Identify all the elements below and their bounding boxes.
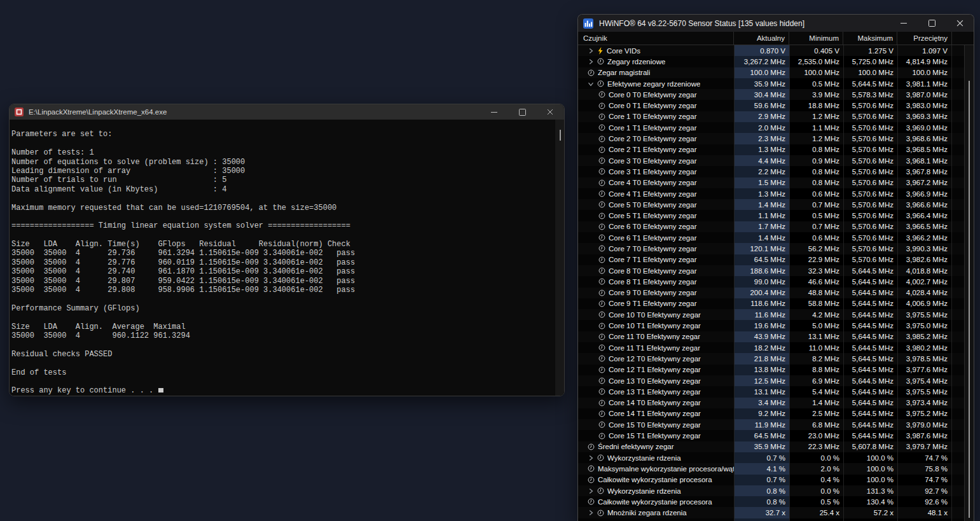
sensor-row[interactable]: Core 3 T0 Efektywny zegar4.4 MHz0.9 MHz5… [578, 155, 974, 166]
column-header-minimum[interactable]: Minimum [789, 32, 843, 45]
sensor-row[interactable]: Efektywne zegary rdzeniowe35.9 MHz0.5 MH… [578, 78, 974, 89]
current-value: 0.870 V [735, 45, 790, 56]
sensor-row[interactable]: Core 12 T0 Efektywny zegar21.8 MHz8.2 MH… [578, 353, 974, 364]
sensor-row[interactable]: Zegary rdzeniowe3,267.2 MHz2,535.0 MHz5,… [578, 56, 974, 67]
sensor-label: Efektywne zegary rdzeniowe [607, 80, 700, 88]
sensor-row[interactable]: Core 10 T0 Efektywny zegar11.6 MHz4.2 MH… [578, 309, 974, 320]
clock-icon [598, 300, 605, 307]
column-header-sensor[interactable]: Czujnik [578, 32, 734, 45]
sensor-row[interactable]: Core VIDs0.870 V0.405 V1.275 V1.097 V [578, 45, 974, 56]
console-titlebar[interactable]: E:\LinpackXtreme\LinpackXtreme_x64.exe [10, 104, 564, 120]
column-header-maximum[interactable]: Maksimum [843, 32, 897, 45]
sensor-row[interactable]: Core 0 T1 Efektywny zegar59.6 MHz18.8 MH… [578, 100, 974, 111]
sensor-row[interactable]: Core 8 T0 Efektywny zegar188.6 MHz32.3 M… [578, 265, 974, 276]
sensor-row[interactable]: Core 6 T1 Efektywny zegar1.4 MHz0.6 MHz5… [578, 232, 974, 243]
sensor-label: Core VIDs [607, 47, 640, 55]
chevron-right-icon[interactable] [588, 488, 597, 494]
sensor-row[interactable]: Core 9 T0 Efektywny zegar200.4 MHz48.8 M… [578, 288, 974, 298]
sensor-row[interactable]: Core 14 T0 Efektywny zegar3.4 MHz1.4 MHz… [578, 398, 974, 408]
sensor-row[interactable]: Maksymalne wykorzystanie procesora/wąt..… [578, 463, 974, 474]
chevron-right-icon[interactable] [588, 510, 597, 516]
sensor-row[interactable]: Core 2 T1 Efektywny zegar1.3 MHz0.8 MHz5… [578, 144, 974, 155]
sensor-row[interactable]: Core 15 T0 Efektywny zegar11.9 MHz6.8 MH… [578, 419, 974, 430]
clock-icon [598, 245, 605, 252]
hwinfo-titlebar[interactable]: HWiNFO® 64 v8.22-5670 Sensor Status [135… [578, 15, 974, 32]
sensor-row[interactable]: Core 4 T0 Efektywny zegar1.5 MHz0.8 MHz5… [578, 177, 974, 188]
sensor-name: Core 11 T0 Efektywny zegar [578, 331, 735, 342]
sensor-label: Zegary rdzeniowe [607, 58, 665, 66]
maximize-button[interactable] [508, 104, 536, 120]
sensor-row[interactable]: Mnożniki zegara rdzenia32.7 x25.4 x57.2 … [578, 507, 974, 518]
sensor-row[interactable]: Core 4 T1 Efektywny zegar1.3 MHz0.6 MHz5… [578, 188, 974, 199]
average-value [898, 518, 952, 521]
minimum-value: 6.8 MHz [790, 419, 844, 430]
sensor-row[interactable]: Core 14 T1 Efektywny zegar9.2 MHz2.5 MHz… [578, 408, 974, 419]
average-value: 3,975.5 MHz [898, 309, 952, 320]
sensor-row[interactable]: Core 5 T0 Efektywny zegar1.4 MHz0.7 MHz5… [578, 199, 974, 210]
hwinfo-app-icon [583, 18, 593, 29]
sensor-row[interactable]: Zegar magistrali100.0 MHz100.0 MHz100.0 … [578, 67, 974, 78]
sensor-row[interactable]: Core 10 T1 Efektywny zegar19.6 MHz5.0 MH… [578, 320, 974, 331]
sensor-row[interactable]: Core 1 T1 Efektywny zegar2.0 MHz1.1 MHz5… [578, 122, 974, 133]
minimum-value: 0.8 MHz [790, 144, 844, 155]
average-value: 1.097 V [898, 45, 952, 56]
sensor-row[interactable]: Wykorzystanie rdzenia0.8 %0.0 %131.3 %92… [578, 485, 974, 496]
maximum-value: 130.4 % [844, 496, 898, 507]
sensor-row[interactable]: Core 1 T0 Efektywny zegar2.9 MHz1.2 MHz5… [578, 111, 974, 122]
sensor-row[interactable]: Core 0 T0 Efektywny zegar30.4 MHz3.9 MHz… [578, 89, 974, 100]
header-gutter [952, 32, 974, 45]
close-button[interactable] [946, 15, 974, 32]
chevron-down-icon[interactable] [588, 81, 597, 87]
sensor-row[interactable]: Core 11 T0 Efektywny zegar43.9 MHz13.1 M… [578, 331, 974, 342]
chevron-right-icon[interactable] [588, 455, 597, 461]
console-scrollbar-thumb[interactable] [560, 130, 561, 141]
sensor-table: Core VIDs0.870 V0.405 V1.275 V1.097 VZeg… [578, 45, 974, 521]
column-header-average[interactable]: Przeciętny [897, 32, 952, 45]
close-button[interactable] [536, 104, 564, 120]
sensor-name: Core 9 T0 Efektywny zegar [578, 288, 735, 298]
console-window: E:\LinpackXtreme\LinpackXtreme_x64.exe P… [9, 104, 565, 396]
maximum-value: 100.0 MHz [844, 67, 898, 78]
sensor-row[interactable]: Core 13 T1 Efektywny zegar13.1 MHz5.4 MH… [578, 386, 974, 397]
sensor-row[interactable]: Core 9 T1 Efektywny zegar118.6 MHz58.8 M… [578, 298, 974, 309]
console-scrollbar[interactable] [555, 120, 564, 396]
minimize-button[interactable] [480, 104, 508, 120]
sensor-label: Core 5 T1 Efektywny zegar [609, 212, 697, 219]
hwinfo-scrollbar-thumb[interactable] [969, 81, 970, 518]
sensor-row[interactable]: Core 7 T1 Efektywny zegar64.5 MHz22.9 MH… [578, 254, 974, 265]
sensor-row[interactable]: Core 8 T1 Efektywny zegar99.0 MHz46.6 MH… [578, 276, 974, 287]
sensor-row[interactable]: Core 3 T1 Efektywny zegar2.2 MHz0.8 MHz5… [578, 166, 974, 177]
average-value: 3,966.9 MHz [898, 188, 952, 199]
sensor-row[interactable]: Całkowite wykorzystanie procesora0.8 %0.… [578, 496, 974, 507]
sensor-row[interactable]: Całkowite wykorzystanie procesora0.7 %0.… [578, 475, 974, 485]
column-header-current[interactable]: Aktualny [734, 32, 789, 45]
current-value: 0.8 % [735, 485, 790, 496]
sensor-row[interactable]: Core 7 T0 Efektywny zegar120.1 MHz56.2 M… [578, 243, 974, 254]
average-value: 3,968.5 MHz [898, 144, 952, 155]
sensor-row[interactable]: Core 6 T0 Efektywny zegar1.7 MHz0.7 MHz5… [578, 221, 974, 232]
sensor-row[interactable]: Core 13 T0 Efektywny zegar12.5 MHz6.9 MH… [578, 375, 974, 386]
current-value: 118.6 MHz [735, 298, 790, 309]
sensor-name: Core 13 T1 Efektywny zegar [578, 386, 735, 397]
current-value: 32.7 x [735, 507, 790, 518]
sensor-row[interactable]: Core 12 T1 Efektywny zegar13.8 MHz8.8 MH… [578, 365, 974, 375]
sensor-row[interactable]: Core 5 T1 Efektywny zegar1.1 MHz0.5 MHz5… [578, 210, 974, 221]
clock-icon [598, 355, 605, 362]
maximum-value: 5,570.6 MHz [844, 254, 898, 265]
minimum-value: 0.7 MHz [790, 199, 844, 210]
sensor-row[interactable]: Średni efektywny zegar35.9 MHz22.3 MHz5,… [578, 441, 974, 452]
maximum-value: 5,570.6 MHz [844, 199, 898, 210]
sensor-row[interactable]: Wykorzystanie rdzenia0.7 %0.0 %100.0 %74… [578, 452, 974, 463]
sensor-row[interactable]: Core 15 T1 Efektywny zegar64.5 MHz23.0 M… [578, 430, 974, 441]
sensor-row[interactable]: Core 11 T1 Efektywny zegar18.2 MHz11.0 M… [578, 342, 974, 353]
sensor-name: Core 12 T1 Efektywny zegar [578, 365, 735, 375]
sensor-row[interactable]: Core 2 T0 Efektywny zegar2.3 MHz1.2 MHz5… [578, 133, 974, 144]
clock-icon [588, 69, 595, 76]
chevron-right-icon[interactable] [588, 48, 597, 54]
minimize-button[interactable] [890, 15, 918, 32]
minimum-value: 22.9 MHz [790, 254, 844, 265]
current-value: 200.4 MHz [735, 288, 790, 298]
hwinfo-scrollbar[interactable] [964, 45, 974, 521]
chevron-right-icon[interactable] [588, 59, 597, 65]
maximize-button[interactable] [918, 15, 946, 32]
